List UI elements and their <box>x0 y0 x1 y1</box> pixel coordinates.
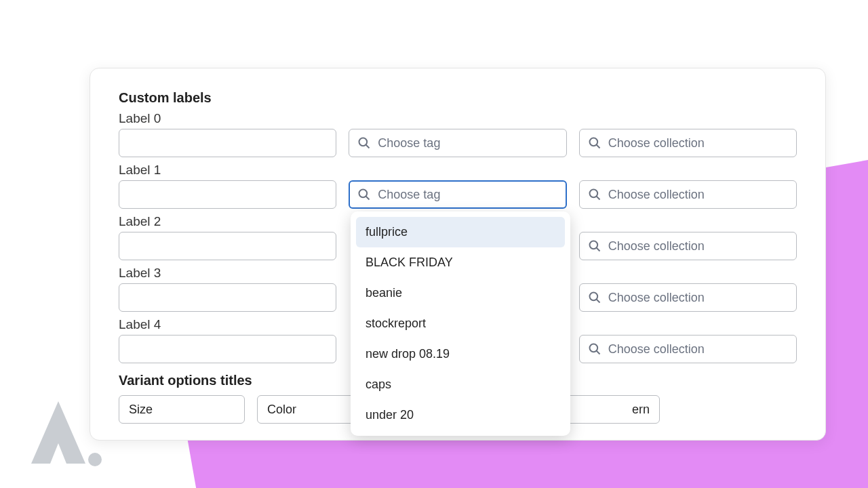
choose-collection-field[interactable] <box>579 335 797 363</box>
svg-line-8 <box>596 197 599 200</box>
svg-point-5 <box>359 190 368 198</box>
search-icon <box>588 188 601 201</box>
choose-collection-input[interactable] <box>608 342 788 357</box>
choose-collection-field[interactable] <box>579 129 797 157</box>
search-icon <box>588 342 601 356</box>
choose-collection-input[interactable] <box>608 291 788 305</box>
choose-collection-field[interactable] <box>579 232 797 260</box>
svg-point-11 <box>589 293 597 301</box>
label-caption: Label 1 <box>119 163 797 178</box>
label-value-input[interactable] <box>119 232 336 260</box>
svg-point-1 <box>359 138 368 146</box>
dropdown-option[interactable]: caps <box>356 369 565 400</box>
label-caption: Label 0 <box>119 111 797 126</box>
svg-line-14 <box>596 351 599 354</box>
svg-point-3 <box>589 138 597 146</box>
search-icon <box>357 136 371 150</box>
search-icon <box>357 188 371 201</box>
dropdown-option[interactable]: BLACK FRIDAY <box>356 247 565 278</box>
label-value-input[interactable] <box>119 335 336 363</box>
svg-line-4 <box>596 145 599 148</box>
svg-point-7 <box>589 190 597 198</box>
choose-tag-field[interactable] <box>349 180 566 209</box>
choose-tag-input[interactable] <box>378 136 557 150</box>
svg-point-13 <box>589 344 597 352</box>
svg-point-9 <box>589 241 597 249</box>
dropdown-option[interactable]: fullprice <box>356 217 565 247</box>
choose-collection-field[interactable] <box>579 283 797 312</box>
choose-collection-input[interactable] <box>608 136 788 150</box>
dropdown-option[interactable]: stockreport <box>356 308 565 339</box>
brand-logo <box>16 389 104 480</box>
svg-line-12 <box>596 300 599 303</box>
label-row: fullprice BLACK FRIDAY beanie stockrepor… <box>119 180 797 209</box>
dropdown-option[interactable]: under 20 <box>356 400 565 430</box>
svg-line-2 <box>366 145 370 148</box>
choose-collection-input[interactable] <box>608 239 788 253</box>
choose-collection-field[interactable] <box>579 180 797 209</box>
search-icon <box>588 136 601 150</box>
choose-collection-input[interactable] <box>608 188 788 202</box>
dropdown-option[interactable]: new drop 08.19 <box>356 339 565 369</box>
tag-dropdown[interactable]: fullprice BLACK FRIDAY beanie stockrepor… <box>351 211 570 436</box>
custom-labels-title: Custom labels <box>119 90 797 106</box>
variant-option-input[interactable]: Size <box>119 395 245 424</box>
search-icon <box>588 239 601 253</box>
svg-line-10 <box>596 248 599 251</box>
custom-labels-panel: Custom labels Label 0 Label 1 <box>90 68 826 441</box>
label-value-input[interactable] <box>119 180 336 209</box>
svg-line-6 <box>366 197 370 200</box>
svg-point-0 <box>88 453 102 466</box>
label-value-input[interactable] <box>119 283 336 312</box>
choose-tag-field[interactable] <box>349 129 566 157</box>
dropdown-option[interactable]: beanie <box>356 278 565 308</box>
label-value-input[interactable] <box>119 129 336 157</box>
choose-tag-input[interactable] <box>378 188 557 202</box>
label-row <box>119 129 797 157</box>
search-icon <box>588 291 601 304</box>
